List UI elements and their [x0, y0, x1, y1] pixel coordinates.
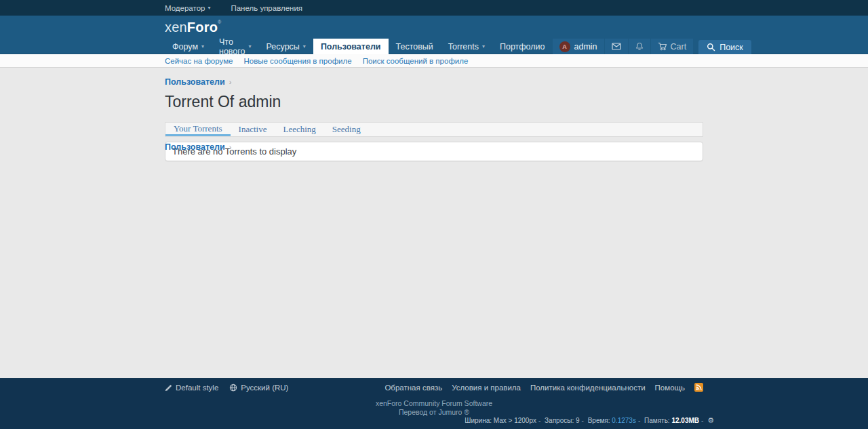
logo-foro: Foro [187, 20, 218, 35]
debug-queries-label: Запросы: [545, 417, 574, 424]
nav-tab-portfolio[interactable]: Портфолио [492, 39, 553, 54]
chevron-down-icon [303, 44, 306, 49]
tab-inactive[interactable]: Inactive [231, 123, 275, 136]
torrent-tabs: Your Torrents Inactive Leeching Seeding [165, 122, 703, 137]
empty-message: There are no Torrents to display [165, 142, 703, 161]
chevron-down-icon [208, 5, 210, 11]
software-credit-link[interactable]: xenForo Community Forum Software [376, 399, 492, 407]
debug-stats: Ширина: Max > 1200px Запросы: 9 Время: 0… [465, 416, 714, 425]
debug-width-value: Max > 1200px [494, 417, 536, 424]
chevron-down-icon [201, 44, 204, 49]
nav-tab-label: Что нового [219, 37, 245, 56]
nav-tab-label: Тестовый [396, 42, 433, 52]
page-title: Torrent Of admin [165, 93, 703, 111]
nav-tab-forum[interactable]: Форум [165, 39, 212, 54]
nav-tab-label: Ресурсы [267, 42, 300, 52]
control-panel-link[interactable]: Панель управления [231, 4, 302, 12]
nav-tab-label: Портфолио [500, 42, 545, 52]
breadcrumb-bottom: Пользователи [165, 142, 231, 152]
debug-queries-value: 9 [576, 417, 580, 424]
nav-tab-label: Форум [172, 42, 198, 52]
style-chooser[interactable]: Default style [165, 384, 218, 392]
account-menu[interactable]: A admin [553, 39, 604, 54]
subnav-new-profile-posts[interactable]: Новые сообщения в профиле [243, 57, 351, 65]
moderator-bar: Модератор Панель управления [0, 0, 868, 16]
cart-icon [658, 42, 667, 51]
xenforo-logo[interactable]: xenForo® [165, 20, 221, 35]
nav-tab-whats-new[interactable]: Что нового [212, 39, 259, 54]
footer-link-privacy[interactable]: Политика конфиденциальности [530, 384, 646, 392]
search-label: Поиск [719, 43, 743, 52]
debug-memory-value: 12.03MB [671, 417, 699, 424]
subnav-online-now[interactable]: Сейчас на форуме [165, 57, 233, 65]
alerts-button[interactable] [628, 39, 650, 54]
chevron-down-icon [249, 44, 252, 49]
gear-icon[interactable] [707, 416, 714, 424]
style-brush-icon [165, 384, 172, 391]
breadcrumb-chevron-icon [229, 143, 232, 151]
search-button[interactable]: Поиск [698, 40, 751, 54]
breadcrumb-link-members[interactable]: Пользователи [165, 77, 225, 87]
username: admin [574, 42, 597, 52]
rss-icon [696, 384, 702, 390]
footer: Default style Русский (RU) Обратная связ… [0, 378, 868, 429]
tab-seeding[interactable]: Seeding [324, 123, 369, 136]
cart-button[interactable]: Cart [650, 39, 694, 54]
site-header: xenForo® [0, 16, 868, 39]
control-panel-label: Панель управления [231, 4, 302, 12]
avatar: A [559, 41, 570, 52]
nav-tab-resources[interactable]: Ресурсы [259, 39, 313, 54]
main-navigation: Форум Что нового Ресурсы Пользователи Те… [0, 39, 868, 54]
translation-credit-link[interactable]: Перевод от Jumuro ® [399, 408, 469, 416]
breadcrumb-chevron-icon [229, 78, 232, 86]
breadcrumb: Пользователи [165, 77, 703, 87]
subnav-search-profile-posts[interactable]: Поиск сообщений в профиле [363, 57, 469, 65]
nav-tab-members[interactable]: Пользователи [313, 39, 389, 54]
breadcrumb-link-members[interactable]: Пользователи [165, 142, 225, 152]
debug-width-label: Ширина: [465, 417, 492, 424]
logo-xen: xen [165, 20, 187, 35]
footer-link-help[interactable]: Помощь [655, 384, 685, 392]
debug-memory-label: Память: [644, 417, 670, 424]
bell-icon [635, 42, 644, 51]
inbox-button[interactable] [604, 39, 628, 54]
nav-tab-torrents[interactable]: Torrents [441, 39, 492, 54]
nav-tab-label: Пользователи [321, 42, 381, 52]
envelope-icon [612, 43, 621, 50]
logo-mark: ® [218, 20, 221, 24]
cart-label: Cart [671, 42, 687, 52]
search-icon [707, 43, 715, 52]
footer-link-terms[interactable]: Условия и правила [452, 384, 521, 392]
style-chooser-label: Default style [176, 384, 218, 392]
moderator-menu[interactable]: Модератор [165, 4, 210, 12]
language-chooser-label: Русский (RU) [241, 384, 288, 392]
nav-tab-label: Torrents [448, 42, 479, 52]
tab-leeching[interactable]: Leeching [275, 123, 323, 136]
globe-icon [229, 384, 237, 392]
nav-tab-test[interactable]: Тестовый [389, 39, 441, 54]
debug-time-value[interactable]: 0.1273s [612, 417, 636, 424]
chevron-down-icon [482, 44, 485, 49]
footer-link-contact[interactable]: Обратная связь [384, 384, 442, 392]
tab-your-torrents[interactable]: Your Torrents [165, 123, 231, 136]
debug-time-label: Время: [588, 417, 610, 424]
rss-button[interactable] [694, 383, 703, 392]
sub-navigation: Сейчас на форуме Новые сообщения в профи… [0, 54, 868, 68]
moderator-menu-label: Модератор [165, 4, 205, 12]
language-chooser[interactable]: Русский (RU) [229, 384, 288, 392]
